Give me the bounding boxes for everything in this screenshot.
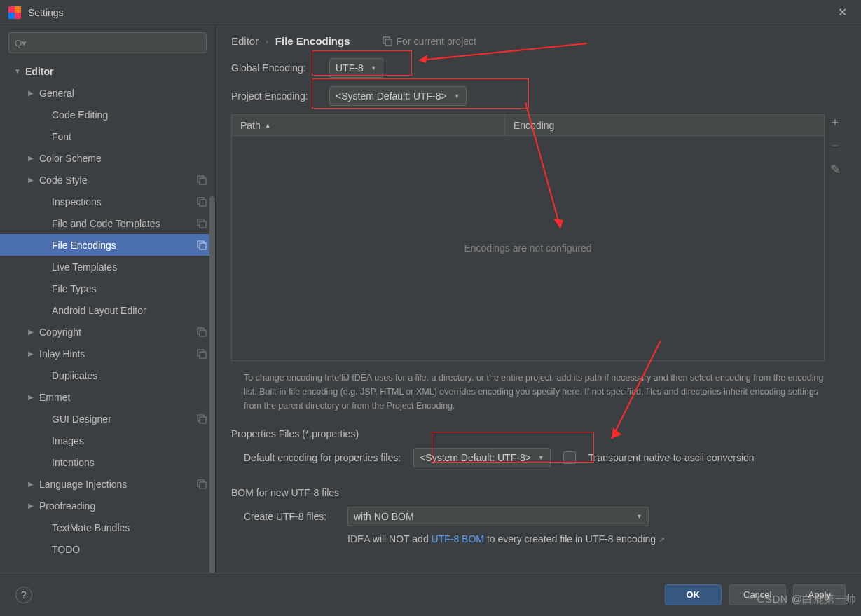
project-scope-icon [197, 197, 207, 207]
svg-rect-14 [200, 352, 206, 358]
bom-note: IDEA will NOT add UTF-8 BOM to every cre… [347, 533, 846, 545]
col-path[interactable]: Path▲ [232, 115, 505, 135]
svg-rect-20 [385, 39, 392, 46]
project-scope-icon [197, 219, 207, 228]
chevron-down-icon: ▼ [14, 67, 22, 75]
project-scope-icon [197, 327, 207, 337]
content-panel: Editor › File Encodings For current proj… [216, 25, 861, 573]
edit-icon[interactable]: ✎ [830, 162, 841, 177]
scrollbar[interactable] [209, 196, 215, 573]
svg-rect-4 [200, 178, 206, 184]
tree-file-types[interactable]: File Types [0, 278, 215, 299]
ok-button[interactable]: OK [665, 584, 722, 605]
chevron-down-icon: ▼ [636, 513, 642, 520]
tree-code-editing[interactable]: Code Editing [0, 104, 215, 125]
breadcrumb-editor[interactable]: Editor [231, 35, 259, 47]
tree-proofreading[interactable]: ▶Proofreading [0, 495, 215, 516]
svg-rect-1 [15, 6, 21, 13]
chevron-right-icon: ▶ [28, 154, 36, 162]
svg-rect-12 [200, 330, 206, 336]
settings-tree: ▼Editor ▶General Code Editing Font ▶Colo… [0, 57, 215, 573]
tree-code-style[interactable]: ▶Code Style [0, 169, 215, 191]
project-scope-icon [197, 175, 207, 185]
svg-rect-18 [200, 482, 206, 488]
tree-intentions[interactable]: Intentions [0, 451, 215, 473]
chevron-down-icon: ▼ [454, 93, 460, 100]
tree-emmet[interactable]: ▶Emmet [0, 386, 215, 408]
tree-images[interactable]: Images [0, 430, 215, 451]
svg-rect-2 [8, 13, 15, 19]
properties-encoding-label: Default encoding for properties files: [244, 452, 401, 463]
tree-textmate-bundles[interactable]: TextMate Bundles [0, 516, 215, 538]
close-icon[interactable]: ✕ [832, 3, 853, 22]
sort-asc-icon: ▲ [265, 122, 271, 129]
tree-color-scheme[interactable]: ▶Color Scheme [0, 147, 215, 169]
chevron-right-icon: ▶ [28, 480, 36, 488]
search-input[interactable]: Q▾ [8, 32, 207, 53]
tree-language-injections[interactable]: ▶Language Injections [0, 473, 215, 495]
project-encoding-label: Project Encoding: [231, 90, 329, 102]
tree-font[interactable]: Font [0, 125, 215, 147]
col-encoding[interactable]: Encoding [505, 115, 824, 135]
footer: ? OK Cancel Apply [0, 573, 861, 616]
bom-combo[interactable]: with NO BOM▼ [347, 507, 649, 526]
tree-inlay-hints[interactable]: ▶Inlay Hints [0, 343, 215, 364]
tree-todo[interactable]: TODO [0, 538, 215, 560]
chevron-right-icon: ▶ [28, 502, 36, 509]
chevron-down-icon: ▼ [371, 64, 377, 71]
tree-general[interactable]: ▶General [0, 82, 215, 104]
external-link-icon: ↗ [659, 535, 665, 544]
svg-rect-8 [200, 221, 206, 228]
remove-icon[interactable]: − [832, 139, 839, 153]
tree-file-code-templates[interactable]: File and Code Templates [0, 212, 215, 234]
svg-rect-16 [200, 417, 206, 423]
tree-gui-designer[interactable]: GUI Designer [0, 408, 215, 430]
chevron-down-icon: ▼ [538, 454, 544, 461]
svg-rect-6 [200, 200, 206, 206]
tree-editor[interactable]: ▼Editor [0, 60, 215, 82]
chevron-right-icon: ▶ [28, 328, 36, 336]
chevron-right-icon: ▶ [28, 393, 36, 401]
table-empty-message: Encodings are not configured [232, 136, 824, 360]
search-icon: Q▾ [15, 38, 27, 48]
transparent-native-checkbox[interactable] [563, 451, 576, 464]
help-button[interactable]: ? [15, 587, 32, 603]
bom-label: Create UTF-8 files: [244, 511, 335, 522]
tree-live-templates[interactable]: Live Templates [0, 256, 215, 278]
transparent-native-label: Transparent native-to-ascii conversion [588, 452, 755, 463]
properties-encoding-combo[interactable]: <System Default: UTF-8>▼ [413, 448, 551, 467]
watermark: CSDN @白鹿第一帅 [757, 593, 857, 606]
encodings-table: Path▲ Encoding Encodings are not configu… [231, 114, 825, 361]
project-scope-icon [197, 479, 207, 489]
title-bar: Settings ✕ [0, 0, 861, 25]
help-text: To change encoding IntelliJ IDEA uses fo… [244, 371, 832, 413]
tree-duplicates[interactable]: Duplicates [0, 364, 215, 386]
project-scope-icon [197, 240, 207, 250]
tree-inspections[interactable]: Inspections [0, 191, 215, 212]
scope-label: For current project [383, 36, 476, 47]
tree-copyright[interactable]: ▶Copyright [0, 321, 215, 343]
global-encoding-combo[interactable]: UTF-8▼ [329, 58, 383, 78]
project-encoding-combo[interactable]: <System Default: UTF-8>▼ [329, 86, 467, 106]
project-scope-icon [383, 36, 392, 46]
project-scope-icon [197, 414, 207, 424]
breadcrumb: Editor › File Encodings For current proj… [231, 35, 846, 47]
chevron-right-icon: ▶ [28, 89, 36, 97]
chevron-right-icon: ▶ [28, 350, 36, 357]
global-encoding-label: Global Encoding: [231, 62, 329, 74]
utf8-bom-link[interactable]: UTF-8 BOM [432, 533, 484, 545]
add-icon[interactable]: + [832, 116, 839, 130]
app-logo-icon [8, 6, 21, 19]
breadcrumb-current: File Encodings [275, 35, 350, 47]
sidebar: Q▾ ▼Editor ▶General Code Editing Font ▶C… [0, 25, 216, 573]
tree-android-layout-editor[interactable]: Android Layout Editor [0, 299, 215, 321]
window-title: Settings [28, 7, 832, 18]
svg-rect-10 [200, 243, 206, 249]
tree-file-encodings[interactable]: File Encodings [0, 234, 215, 256]
project-scope-icon [197, 349, 207, 359]
chevron-right-icon: ▶ [28, 176, 36, 184]
chevron-right-icon: › [266, 37, 268, 46]
properties-section-title: Properties Files (*.properties) [231, 428, 846, 439]
bom-section-title: BOM for new UTF-8 files [231, 487, 846, 498]
